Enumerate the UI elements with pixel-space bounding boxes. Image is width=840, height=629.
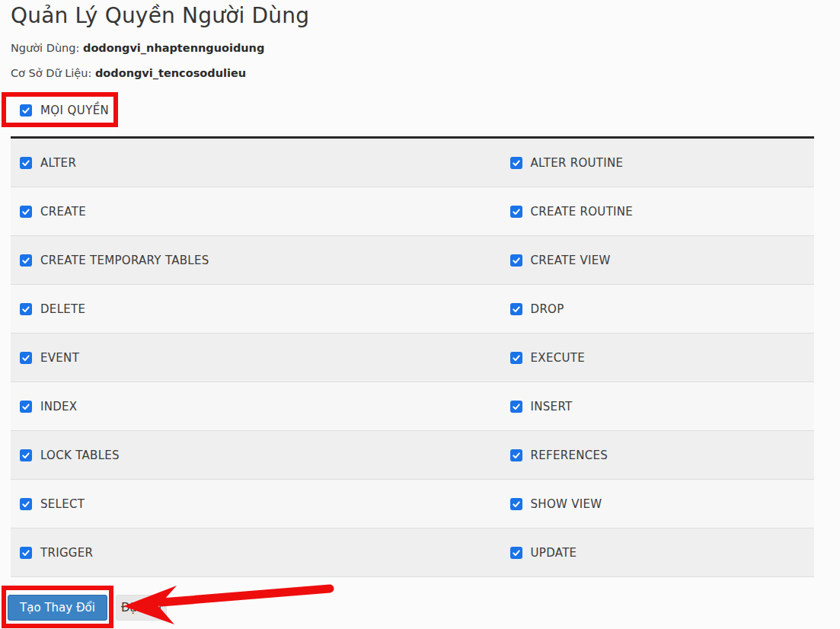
privilege-cell: LOCK TABLES: [11, 431, 501, 479]
privilege-checkbox[interactable]: [20, 547, 32, 559]
privilege-checkbox[interactable]: [510, 303, 522, 315]
privilege-checkbox[interactable]: [20, 206, 32, 218]
privilege-label[interactable]: CREATE TEMPORARY TABLES: [40, 254, 209, 267]
checkmark-icon: [21, 305, 30, 314]
checkmark-icon: [512, 500, 521, 509]
privilege-cell: CREATE: [11, 187, 501, 235]
checkmark-icon: [512, 353, 521, 362]
checkmark-icon: [512, 548, 521, 557]
privilege-label[interactable]: TRIGGER: [40, 546, 93, 560]
table-row: CREATE CREATE ROUTINE: [11, 187, 814, 236]
privilege-label[interactable]: CREATE ROUTINE: [531, 205, 634, 219]
table-row: LOCK TABLES REFERENCES: [11, 431, 814, 480]
checkmark-icon: [512, 305, 521, 314]
privilege-cell: INDEX: [11, 382, 501, 430]
privilege-label[interactable]: INSERT: [531, 400, 573, 413]
user-value: dodongvi_nhaptennguoidung: [83, 42, 264, 54]
privilege-label[interactable]: ALTER: [40, 156, 76, 170]
table-row: ALTER ALTER ROUTINE: [11, 139, 814, 187]
checkmark-icon: [21, 548, 30, 557]
checkmark-icon: [21, 353, 30, 362]
privilege-checkbox[interactable]: [20, 498, 32, 510]
checkmark-icon: [21, 207, 30, 216]
privilege-cell: SELECT: [11, 480, 501, 528]
privilege-cell: INSERT: [501, 382, 814, 430]
privilege-cell: ALTER ROUTINE: [501, 139, 814, 187]
table-row: SELECT SHOW VIEW: [11, 480, 814, 528]
checkmark-icon: [21, 256, 30, 265]
submit-button[interactable]: Tạo Thay Đổi: [8, 595, 107, 621]
privilege-label[interactable]: REFERENCES: [531, 449, 608, 462]
privilege-label[interactable]: UPDATE: [531, 546, 577, 560]
privilege-checkbox[interactable]: [510, 498, 522, 510]
all-privileges-checkbox[interactable]: [20, 104, 32, 117]
all-privileges-label[interactable]: MỌI QUYỀN: [40, 104, 109, 117]
privilege-label[interactable]: SHOW VIEW: [531, 497, 602, 511]
table-row: TRIGGER UPDATE: [11, 528, 814, 577]
privilege-checkbox[interactable]: [20, 254, 32, 267]
privilege-checkbox[interactable]: [20, 352, 32, 364]
privilege-checkbox[interactable]: [510, 157, 522, 169]
privilege-label[interactable]: EVENT: [40, 351, 79, 365]
database-value: dodongvi_tencosodulieu: [95, 67, 246, 79]
privilege-checkbox[interactable]: [510, 206, 522, 218]
checkmark-icon: [512, 451, 521, 460]
privileges-table: ALTER ALTER ROUTINE CREATE CREATE ROUTIN…: [11, 136, 814, 577]
privilege-label[interactable]: ALTER ROUTINE: [531, 156, 624, 170]
privilege-checkbox[interactable]: [20, 303, 32, 315]
checkmark-icon: [21, 451, 30, 460]
privilege-cell: EXECUTE: [501, 334, 814, 382]
checkmark-icon: [512, 256, 521, 265]
privilege-label[interactable]: CREATE: [40, 205, 86, 219]
checkmark-icon: [21, 158, 30, 168]
privilege-cell: TRIGGER: [11, 528, 501, 576]
all-privileges-row: MỌI QUYỀN: [11, 99, 109, 122]
user-info-line: Người Dùng: dodongvi_nhaptennguoidung: [11, 42, 264, 54]
checkmark-icon: [512, 158, 521, 168]
privilege-cell: DROP: [501, 285, 814, 333]
privilege-cell: SHOW VIEW: [501, 480, 814, 528]
checkmark-icon: [512, 402, 521, 411]
table-row: INDEX INSERT: [11, 382, 814, 431]
privilege-cell: REFERENCES: [501, 431, 814, 479]
privilege-label[interactable]: LOCK TABLES: [40, 449, 120, 462]
privilege-cell: CREATE ROUTINE: [501, 187, 814, 235]
privilege-label[interactable]: INDEX: [40, 400, 77, 413]
checkmark-icon: [21, 106, 30, 115]
database-info-line: Cơ Sở Dữ Liệu: dodongvi_tencosodulieu: [11, 67, 246, 79]
checkmark-icon: [21, 500, 30, 509]
privilege-checkbox[interactable]: [20, 449, 32, 461]
database-label: Cơ Sở Dữ Liệu:: [11, 67, 91, 79]
table-row: CREATE TEMPORARY TABLES CREATE VIEW: [11, 236, 814, 285]
table-row: EVENT EXECUTE: [11, 334, 814, 382]
privilege-label[interactable]: DROP: [531, 302, 564, 316]
privilege-checkbox[interactable]: [510, 449, 522, 461]
page-title: Quản Lý Quyền Người Dùng: [11, 3, 309, 28]
privilege-label[interactable]: CREATE VIEW: [531, 254, 611, 267]
privilege-checkbox[interactable]: [20, 157, 32, 169]
privilege-cell: UPDATE: [501, 528, 814, 576]
privilege-cell: CREATE TEMPORARY TABLES: [11, 236, 501, 284]
privilege-checkbox[interactable]: [20, 401, 32, 413]
privilege-cell: EVENT: [11, 334, 501, 382]
privilege-cell: DELETE: [11, 285, 501, 333]
reset-button[interactable]: Đặt Lại: [116, 595, 167, 621]
table-row: DELETE DROP: [11, 285, 814, 334]
privilege-cell: ALTER: [11, 139, 501, 187]
privilege-checkbox[interactable]: [510, 352, 522, 364]
privilege-label[interactable]: EXECUTE: [531, 351, 585, 365]
user-label: Người Dùng:: [11, 42, 79, 54]
privilege-label[interactable]: SELECT: [40, 497, 85, 511]
privilege-checkbox[interactable]: [510, 401, 522, 413]
privilege-checkbox[interactable]: [510, 547, 522, 559]
checkmark-icon: [512, 207, 521, 216]
privilege-checkbox[interactable]: [510, 254, 522, 267]
privilege-cell: CREATE VIEW: [501, 236, 814, 284]
checkmark-icon: [21, 402, 30, 411]
privilege-label[interactable]: DELETE: [40, 302, 85, 316]
